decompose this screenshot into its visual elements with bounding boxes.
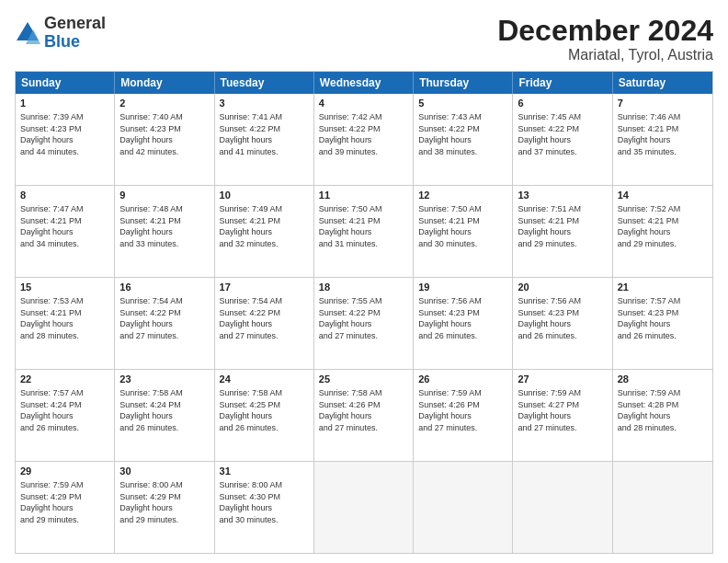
day-info: Sunrise: 7:58 AMSunset: 4:24 PMDaylight … [119, 387, 209, 433]
day-info: Sunrise: 7:50 AMSunset: 4:21 PMDaylight … [418, 203, 507, 249]
day-cell-18: 18Sunrise: 7:55 AMSunset: 4:22 PMDayligh… [314, 278, 414, 369]
day-number: 17 [220, 281, 309, 294]
day-header-sunday: Sunday [16, 72, 115, 94]
day-cell-4: 4Sunrise: 7:42 AMSunset: 4:22 PMDaylight… [314, 94, 414, 185]
day-info: Sunrise: 7:50 AMSunset: 4:21 PMDaylight … [319, 203, 408, 249]
day-cell-14: 14Sunrise: 7:52 AMSunset: 4:21 PMDayligh… [613, 186, 712, 277]
day-number: 20 [518, 281, 607, 294]
logo-general: General [44, 15, 106, 33]
day-cell-15: 15Sunrise: 7:53 AMSunset: 4:21 PMDayligh… [16, 278, 115, 369]
day-number: 28 [618, 373, 708, 386]
page: General Blue December 2024 Mariatal, Tyr… [0, 0, 728, 563]
day-cell-21: 21Sunrise: 7:57 AMSunset: 4:23 PMDayligh… [613, 278, 712, 369]
day-info: Sunrise: 7:47 AMSunset: 4:21 PMDaylight … [20, 203, 109, 249]
day-cell-8: 8Sunrise: 7:47 AMSunset: 4:21 PMDaylight… [16, 186, 115, 277]
day-info: Sunrise: 7:59 AMSunset: 4:27 PMDaylight … [518, 387, 607, 433]
calendar-week-2: 8Sunrise: 7:47 AMSunset: 4:21 PMDaylight… [16, 185, 712, 277]
logo: General Blue [15, 15, 106, 52]
day-cell-27: 27Sunrise: 7:59 AMSunset: 4:27 PMDayligh… [513, 370, 612, 461]
day-info: Sunrise: 7:52 AMSunset: 4:21 PMDaylight … [618, 203, 708, 249]
day-cell-6: 6Sunrise: 7:45 AMSunset: 4:22 PMDaylight… [513, 94, 612, 185]
day-info: Sunrise: 7:55 AMSunset: 4:22 PMDaylight … [319, 295, 408, 341]
day-info: Sunrise: 7:45 AMSunset: 4:22 PMDaylight … [518, 111, 607, 157]
day-number: 27 [518, 373, 607, 386]
calendar-header: SundayMondayTuesdayWednesdayThursdayFrid… [16, 72, 712, 94]
day-cell-20: 20Sunrise: 7:56 AMSunset: 4:23 PMDayligh… [513, 278, 612, 369]
day-number: 23 [119, 373, 209, 386]
calendar-body: 1Sunrise: 7:39 AMSunset: 4:23 PMDaylight… [16, 94, 712, 553]
day-cell-12: 12Sunrise: 7:50 AMSunset: 4:21 PMDayligh… [414, 186, 513, 277]
day-number: 30 [119, 465, 209, 478]
calendar: SundayMondayTuesdayWednesdayThursdayFrid… [15, 71, 713, 554]
day-info: Sunrise: 7:56 AMSunset: 4:23 PMDaylight … [518, 295, 607, 341]
day-number: 31 [220, 465, 309, 478]
day-number: 16 [119, 281, 209, 294]
day-info: Sunrise: 7:43 AMSunset: 4:22 PMDaylight … [418, 111, 507, 157]
day-info: Sunrise: 7:42 AMSunset: 4:22 PMDaylight … [319, 111, 408, 157]
day-cell-22: 22Sunrise: 7:57 AMSunset: 4:24 PMDayligh… [16, 370, 115, 461]
day-cell-31: 31Sunrise: 8:00 AMSunset: 4:30 PMDayligh… [215, 462, 314, 553]
day-number: 5 [418, 97, 507, 110]
day-info: Sunrise: 7:54 AMSunset: 4:22 PMDaylight … [220, 295, 309, 341]
day-cell-26: 26Sunrise: 7:59 AMSunset: 4:26 PMDayligh… [414, 370, 513, 461]
day-number: 11 [319, 189, 408, 202]
day-info: Sunrise: 7:57 AMSunset: 4:23 PMDaylight … [618, 295, 708, 341]
day-cell-7: 7Sunrise: 7:46 AMSunset: 4:21 PMDaylight… [613, 94, 712, 185]
day-info: Sunrise: 7:46 AMSunset: 4:21 PMDaylight … [618, 111, 708, 157]
logo-blue: Blue [44, 33, 106, 52]
day-info: Sunrise: 7:58 AMSunset: 4:25 PMDaylight … [220, 387, 309, 433]
day-cell-13: 13Sunrise: 7:51 AMSunset: 4:21 PMDayligh… [513, 186, 612, 277]
day-number: 21 [618, 281, 708, 294]
day-info: Sunrise: 7:48 AMSunset: 4:21 PMDaylight … [119, 203, 209, 249]
day-header-thursday: Thursday [414, 72, 513, 94]
day-cell-30: 30Sunrise: 8:00 AMSunset: 4:29 PMDayligh… [115, 462, 214, 553]
calendar-week-5: 29Sunrise: 7:59 AMSunset: 4:29 PMDayligh… [16, 461, 712, 553]
day-info: Sunrise: 7:59 AMSunset: 4:26 PMDaylight … [418, 387, 507, 433]
day-number: 19 [418, 281, 507, 294]
day-info: Sunrise: 7:53 AMSunset: 4:21 PMDaylight … [20, 295, 109, 341]
day-cell-24: 24Sunrise: 7:58 AMSunset: 4:25 PMDayligh… [215, 370, 314, 461]
day-cell-3: 3Sunrise: 7:41 AMSunset: 4:22 PMDaylight… [215, 94, 314, 185]
day-number: 29 [20, 465, 109, 478]
day-number: 8 [20, 189, 109, 202]
calendar-week-3: 15Sunrise: 7:53 AMSunset: 4:21 PMDayligh… [16, 277, 712, 369]
empty-cell [414, 462, 513, 553]
day-header-wednesday: Wednesday [314, 72, 414, 94]
day-number: 24 [220, 373, 309, 386]
logo-text: General Blue [44, 15, 106, 52]
day-info: Sunrise: 7:41 AMSunset: 4:22 PMDaylight … [220, 111, 309, 157]
day-cell-17: 17Sunrise: 7:54 AMSunset: 4:22 PMDayligh… [215, 278, 314, 369]
day-number: 26 [418, 373, 507, 386]
day-info: Sunrise: 7:39 AMSunset: 4:23 PMDaylight … [20, 111, 109, 157]
day-number: 14 [618, 189, 708, 202]
day-info: Sunrise: 7:58 AMSunset: 4:26 PMDaylight … [319, 387, 408, 433]
logo-icon [15, 20, 40, 46]
day-number: 18 [319, 281, 408, 294]
day-number: 2 [119, 97, 209, 110]
day-cell-9: 9Sunrise: 7:48 AMSunset: 4:21 PMDaylight… [115, 186, 214, 277]
day-header-friday: Friday [513, 72, 612, 94]
day-number: 10 [220, 189, 309, 202]
day-number: 4 [319, 97, 408, 110]
day-info: Sunrise: 7:59 AMSunset: 4:29 PMDaylight … [20, 479, 109, 525]
day-number: 6 [518, 97, 607, 110]
day-header-monday: Monday [115, 72, 214, 94]
empty-cell [613, 462, 712, 553]
day-header-tuesday: Tuesday [215, 72, 314, 94]
day-info: Sunrise: 7:49 AMSunset: 4:21 PMDaylight … [220, 203, 309, 249]
day-cell-25: 25Sunrise: 7:58 AMSunset: 4:26 PMDayligh… [314, 370, 414, 461]
day-cell-28: 28Sunrise: 7:59 AMSunset: 4:28 PMDayligh… [613, 370, 712, 461]
day-info: Sunrise: 7:54 AMSunset: 4:22 PMDaylight … [119, 295, 209, 341]
day-number: 3 [220, 97, 309, 110]
day-cell-19: 19Sunrise: 7:56 AMSunset: 4:23 PMDayligh… [414, 278, 513, 369]
day-number: 12 [418, 189, 507, 202]
day-info: Sunrise: 7:56 AMSunset: 4:23 PMDaylight … [418, 295, 507, 341]
title-block: December 2024 Mariatal, Tyrol, Austria [497, 15, 713, 63]
day-number: 22 [20, 373, 109, 386]
day-cell-29: 29Sunrise: 7:59 AMSunset: 4:29 PMDayligh… [16, 462, 115, 553]
month-title: December 2024 [497, 15, 713, 47]
day-info: Sunrise: 7:51 AMSunset: 4:21 PMDaylight … [518, 203, 607, 249]
day-cell-1: 1Sunrise: 7:39 AMSunset: 4:23 PMDaylight… [16, 94, 115, 185]
day-number: 9 [119, 189, 209, 202]
day-header-saturday: Saturday [613, 72, 712, 94]
